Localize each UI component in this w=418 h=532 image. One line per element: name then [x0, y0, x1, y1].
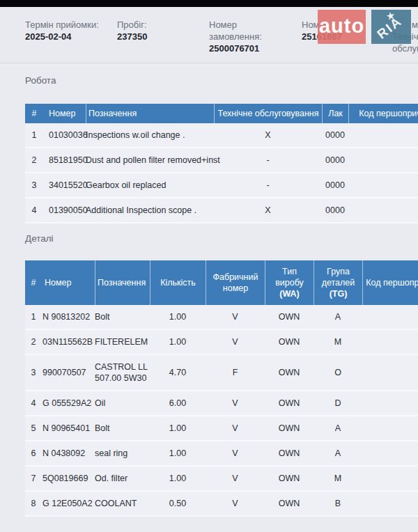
cell-kod	[348, 148, 418, 173]
cell-code: N 0438092	[42, 441, 95, 467]
cell-qty: 1.00	[150, 416, 206, 441]
cell-typ: OWN	[265, 305, 314, 330]
cell-kod	[362, 391, 418, 416]
service-record-page: { "colors": { "accent_blue": "#3d7cb9", …	[0, 0, 418, 532]
cell-name: Inspections w.oil change .	[86, 123, 214, 148]
cell-grp: D	[314, 391, 362, 416]
cell-num: 8	[25, 492, 42, 517]
cell-qty: 1.00	[150, 441, 206, 467]
cell-typ: OWN	[265, 467, 314, 492]
cell-grp: M	[314, 467, 362, 492]
col-header-root-cause: Код першопричини	[348, 104, 418, 123]
cell-to: -	[214, 148, 322, 173]
table-row: 285181950Dust and pollen filter removed+…	[25, 148, 418, 173]
cell-name: COOLANT	[95, 492, 150, 517]
cell-code: G 055529A2	[42, 391, 95, 416]
col-header-nomer: Номер	[43, 104, 86, 123]
cell-typ: OWN	[265, 391, 314, 416]
cell-fab: V	[206, 467, 265, 492]
cell-kod	[362, 330, 418, 355]
cell-num: 2	[25, 148, 43, 173]
field-value: 237350	[117, 31, 180, 42]
cell-to: X	[214, 123, 322, 148]
field-mileage: Пробіг: 237350	[117, 19, 180, 42]
cell-kod	[348, 198, 418, 224]
cell-name: Dust and pollen filter removed+inst	[86, 148, 214, 173]
table-row: 3990070507CASTROL LL 507.00 5W304.70FOWN…	[25, 355, 418, 391]
cell-code: 5Q0819669	[42, 467, 95, 492]
cell-code: 01030036	[43, 123, 86, 148]
col-header-root-cause: Код першопричини	[362, 260, 418, 305]
cell-num: 2	[25, 330, 42, 355]
field-label: Пробіг:	[117, 19, 180, 31]
cell-typ: OWN	[265, 492, 314, 517]
cell-fab: V	[206, 391, 265, 416]
cell-grp: M	[314, 330, 362, 355]
cell-grp: B	[314, 492, 362, 517]
cell-kod	[362, 305, 418, 330]
cell-num: 1	[25, 123, 43, 148]
cell-code: N 90813202	[42, 305, 95, 330]
col-header-nomer: Номер	[42, 260, 95, 305]
cell-kod	[362, 441, 418, 467]
cell-name: Oil	[95, 391, 150, 416]
table-row: 401390050Additional Inspection scope .X0…	[25, 198, 418, 224]
col-header-poznachennia: Позначення	[86, 104, 214, 123]
cell-fab: V	[206, 441, 265, 467]
work-table-header: # Номер Позначення Технічне обслуговуван…	[25, 104, 418, 123]
cell-grp: O	[314, 355, 362, 391]
table-row: 5N 90965401Bolt1.00VOWNA	[25, 416, 418, 441]
field-value: 2500076701	[209, 42, 279, 54]
cell-fab: V	[206, 492, 265, 517]
cell-name: Od. filter	[95, 467, 150, 492]
ria-logo-text: RIA	[374, 13, 405, 42]
cell-kod	[362, 355, 418, 391]
cell-num: 6	[25, 441, 42, 467]
cell-kod	[348, 173, 418, 198]
auto-logo-square: auto	[318, 10, 366, 44]
cell-qty: 0.50	[150, 492, 206, 517]
cell-kod	[362, 467, 418, 492]
cell-qty: 4.70	[150, 355, 206, 391]
cell-code: 85181950	[43, 148, 86, 173]
cell-lak: 0000	[322, 173, 348, 198]
cell-name: Gearbox oil replaced	[86, 173, 214, 198]
cell-grp: A	[314, 416, 362, 441]
cell-lak: 0000	[322, 123, 348, 148]
cell-typ: OWN	[265, 330, 314, 355]
parts-table-header: # Номер Позначення Кількість Фабричний н…	[25, 260, 418, 305]
table-row: 101030036Inspections w.oil change .X0000	[25, 123, 418, 148]
cell-qty: 6.00	[150, 391, 206, 416]
field-order-number: Номер замовлення: 2500076701	[209, 19, 279, 54]
cell-num: 4	[25, 391, 42, 416]
cell-code: G 12E050A2	[42, 492, 95, 517]
cell-code: 01390050	[43, 198, 86, 224]
col-header-num: #	[25, 260, 42, 305]
cell-kod	[362, 492, 418, 517]
cell-name: FILTERELEM	[95, 330, 150, 355]
cell-kod	[348, 123, 418, 148]
cell-typ: OWN	[265, 355, 314, 391]
cell-code: 34015520	[43, 173, 86, 198]
summary-header: Термін прийомки: 2025-02-04 Пробіг: 2373…	[0, 7, 418, 63]
top-black-bar	[0, 0, 418, 7]
autoria-logo-watermark: auto ★ RIA	[318, 10, 415, 44]
cell-fab: V	[206, 330, 265, 355]
cell-kod	[362, 416, 418, 441]
field-acceptance-date: Термін прийомки: 2025-02-04	[25, 19, 109, 42]
parts-table: # Номер Позначення Кількість Фабричний н…	[25, 260, 418, 517]
table-row: 334015520Gearbox oil replaced-0000	[25, 173, 418, 198]
cell-name: CASTROL LL 507.00 5W30	[95, 355, 150, 391]
table-row: 75Q0819669Od. filter1.00VOWNM	[25, 467, 418, 492]
col-header-factory-number: Фабричний номер	[206, 260, 265, 305]
cell-qty: 1.00	[150, 467, 206, 492]
cell-fab: V	[206, 305, 265, 330]
cell-grp: A	[314, 441, 362, 467]
cell-typ: OWN	[265, 416, 314, 441]
cell-to: X	[214, 198, 322, 224]
field-value: 2025-02-04	[25, 31, 109, 42]
field-label: Термін прийомки:	[25, 19, 109, 31]
work-table: # Номер Позначення Технічне обслуговуван…	[25, 104, 418, 224]
cell-num: 7	[25, 467, 42, 492]
cell-to: -	[214, 173, 322, 198]
